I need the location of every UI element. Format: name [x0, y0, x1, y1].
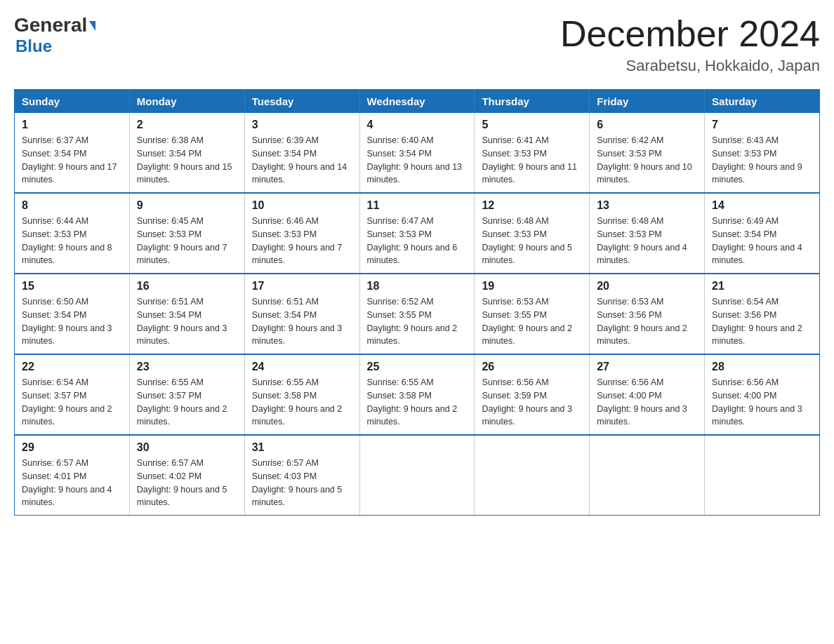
calendar-cell: 10 Sunrise: 6:46 AMSunset: 3:53 PMDaylig…	[244, 193, 359, 274]
title-block: December 2024 Sarabetsu, Hokkaido, Japan	[560, 14, 820, 75]
day-info: Sunrise: 6:55 AMSunset: 3:57 PMDaylight:…	[137, 376, 237, 429]
day-info: Sunrise: 6:57 AMSunset: 4:03 PMDaylight:…	[252, 457, 352, 509]
day-number: 23	[137, 361, 237, 373]
day-number: 16	[137, 280, 237, 293]
location: Sarabetsu, Hokkaido, Japan	[560, 57, 820, 75]
day-number: 30	[137, 441, 237, 454]
day-info: Sunrise: 6:43 AMSunset: 3:53 PMDaylight:…	[712, 134, 812, 187]
calendar-week-row: 29 Sunrise: 6:57 AMSunset: 4:01 PMDaylig…	[15, 435, 820, 516]
day-info: Sunrise: 6:56 AMSunset: 4:00 PMDaylight:…	[712, 376, 812, 429]
day-number: 7	[712, 119, 812, 131]
day-number: 8	[22, 199, 122, 212]
day-info: Sunrise: 6:48 AMSunset: 3:53 PMDaylight:…	[482, 215, 582, 267]
day-info: Sunrise: 6:56 AMSunset: 3:59 PMDaylight:…	[482, 376, 582, 429]
calendar-cell: 30 Sunrise: 6:57 AMSunset: 4:02 PMDaylig…	[129, 435, 244, 516]
calendar-cell: 31 Sunrise: 6:57 AMSunset: 4:03 PMDaylig…	[244, 435, 359, 516]
day-number: 9	[137, 199, 237, 212]
calendar-week-row: 22 Sunrise: 6:54 AMSunset: 3:57 PMDaylig…	[15, 354, 820, 435]
page-header: General Blue December 2024 Sarabetsu, Ho…	[14, 14, 820, 75]
day-number: 13	[597, 199, 697, 212]
calendar-cell: 3 Sunrise: 6:39 AMSunset: 3:54 PMDayligh…	[244, 113, 359, 193]
day-info: Sunrise: 6:48 AMSunset: 3:53 PMDaylight:…	[597, 215, 697, 267]
calendar-cell: 13 Sunrise: 6:48 AMSunset: 3:53 PMDaylig…	[590, 193, 705, 274]
month-title: December 2024	[560, 14, 820, 54]
day-info: Sunrise: 6:44 AMSunset: 3:53 PMDaylight:…	[22, 215, 122, 267]
logo-general: General	[14, 14, 87, 36]
calendar-week-row: 8 Sunrise: 6:44 AMSunset: 3:53 PMDayligh…	[15, 193, 820, 274]
day-info: Sunrise: 6:39 AMSunset: 3:54 PMDaylight:…	[252, 134, 352, 187]
day-number: 28	[712, 361, 812, 373]
day-info: Sunrise: 6:54 AMSunset: 3:57 PMDaylight:…	[22, 376, 122, 429]
logo: General Blue	[14, 14, 95, 56]
calendar-cell: 22 Sunrise: 6:54 AMSunset: 3:57 PMDaylig…	[15, 354, 130, 435]
day-info: Sunrise: 6:40 AMSunset: 3:54 PMDaylight:…	[367, 134, 468, 187]
day-info: Sunrise: 6:53 AMSunset: 3:55 PMDaylight:…	[482, 295, 582, 348]
calendar-week-row: 1 Sunrise: 6:37 AMSunset: 3:54 PMDayligh…	[15, 113, 820, 193]
day-number: 15	[22, 280, 122, 293]
day-info: Sunrise: 6:38 AMSunset: 3:54 PMDaylight:…	[137, 134, 237, 187]
calendar-table: SundayMondayTuesdayWednesdayThursdayFrid…	[14, 89, 820, 516]
calendar-cell	[359, 435, 475, 516]
day-number: 20	[597, 280, 697, 293]
day-info: Sunrise: 6:54 AMSunset: 3:56 PMDaylight:…	[712, 295, 812, 348]
day-info: Sunrise: 6:57 AMSunset: 4:02 PMDaylight:…	[137, 457, 237, 509]
calendar-cell: 4 Sunrise: 6:40 AMSunset: 3:54 PMDayligh…	[359, 113, 475, 193]
calendar-cell: 14 Sunrise: 6:49 AMSunset: 3:54 PMDaylig…	[705, 193, 820, 274]
day-number: 5	[482, 119, 582, 131]
calendar-cell: 5 Sunrise: 6:41 AMSunset: 3:53 PMDayligh…	[475, 113, 590, 193]
day-number: 2	[137, 119, 237, 131]
day-number: 27	[597, 361, 697, 373]
calendar-cell: 2 Sunrise: 6:38 AMSunset: 3:54 PMDayligh…	[129, 113, 244, 193]
day-number: 24	[252, 361, 352, 373]
day-info: Sunrise: 6:45 AMSunset: 3:53 PMDaylight:…	[137, 215, 237, 267]
day-info: Sunrise: 6:47 AMSunset: 3:53 PMDaylight:…	[367, 215, 468, 267]
logo-arrow-icon	[89, 21, 95, 31]
calendar-header-sunday: Sunday	[15, 90, 130, 114]
calendar-cell: 29 Sunrise: 6:57 AMSunset: 4:01 PMDaylig…	[15, 435, 130, 516]
day-number: 17	[252, 280, 352, 293]
day-info: Sunrise: 6:46 AMSunset: 3:53 PMDaylight:…	[252, 215, 352, 267]
day-info: Sunrise: 6:50 AMSunset: 3:54 PMDaylight:…	[22, 295, 122, 348]
day-number: 3	[252, 119, 352, 131]
day-number: 22	[22, 361, 122, 373]
day-info: Sunrise: 6:55 AMSunset: 3:58 PMDaylight:…	[252, 376, 352, 429]
calendar-cell	[590, 435, 705, 516]
calendar-cell: 25 Sunrise: 6:55 AMSunset: 3:58 PMDaylig…	[359, 354, 475, 435]
day-number: 26	[482, 361, 582, 373]
day-number: 21	[712, 280, 812, 293]
day-info: Sunrise: 6:51 AMSunset: 3:54 PMDaylight:…	[137, 295, 237, 348]
day-number: 12	[482, 199, 582, 212]
day-number: 11	[367, 199, 468, 212]
calendar-header-monday: Monday	[129, 90, 244, 114]
calendar-header-tuesday: Tuesday	[244, 90, 359, 114]
calendar-cell: 15 Sunrise: 6:50 AMSunset: 3:54 PMDaylig…	[15, 274, 130, 354]
calendar-cell: 1 Sunrise: 6:37 AMSunset: 3:54 PMDayligh…	[15, 113, 130, 193]
calendar-header-row: SundayMondayTuesdayWednesdayThursdayFrid…	[15, 90, 820, 114]
day-number: 19	[482, 280, 582, 293]
day-number: 31	[252, 441, 352, 454]
day-info: Sunrise: 6:37 AMSunset: 3:54 PMDaylight:…	[22, 134, 122, 187]
calendar-cell: 24 Sunrise: 6:55 AMSunset: 3:58 PMDaylig…	[244, 354, 359, 435]
calendar-header-saturday: Saturday	[705, 90, 820, 114]
day-number: 6	[597, 119, 697, 131]
day-info: Sunrise: 6:41 AMSunset: 3:53 PMDaylight:…	[482, 134, 582, 187]
day-info: Sunrise: 6:53 AMSunset: 3:56 PMDaylight:…	[597, 295, 697, 348]
logo-blue: Blue	[15, 36, 52, 55]
calendar-cell: 21 Sunrise: 6:54 AMSunset: 3:56 PMDaylig…	[705, 274, 820, 354]
day-number: 29	[22, 441, 122, 454]
calendar-header-friday: Friday	[590, 90, 705, 114]
calendar-cell: 23 Sunrise: 6:55 AMSunset: 3:57 PMDaylig…	[129, 354, 244, 435]
day-number: 10	[252, 199, 352, 212]
day-info: Sunrise: 6:56 AMSunset: 4:00 PMDaylight:…	[597, 376, 697, 429]
day-number: 25	[367, 361, 468, 373]
day-number: 1	[22, 119, 122, 131]
day-info: Sunrise: 6:55 AMSunset: 3:58 PMDaylight:…	[367, 376, 468, 429]
day-number: 4	[367, 119, 468, 131]
calendar-cell: 20 Sunrise: 6:53 AMSunset: 3:56 PMDaylig…	[590, 274, 705, 354]
calendar-cell: 8 Sunrise: 6:44 AMSunset: 3:53 PMDayligh…	[15, 193, 130, 274]
calendar-cell: 28 Sunrise: 6:56 AMSunset: 4:00 PMDaylig…	[705, 354, 820, 435]
calendar-cell: 12 Sunrise: 6:48 AMSunset: 3:53 PMDaylig…	[475, 193, 590, 274]
calendar-cell: 16 Sunrise: 6:51 AMSunset: 3:54 PMDaylig…	[129, 274, 244, 354]
day-info: Sunrise: 6:42 AMSunset: 3:53 PMDaylight:…	[597, 134, 697, 187]
calendar-cell	[705, 435, 820, 516]
